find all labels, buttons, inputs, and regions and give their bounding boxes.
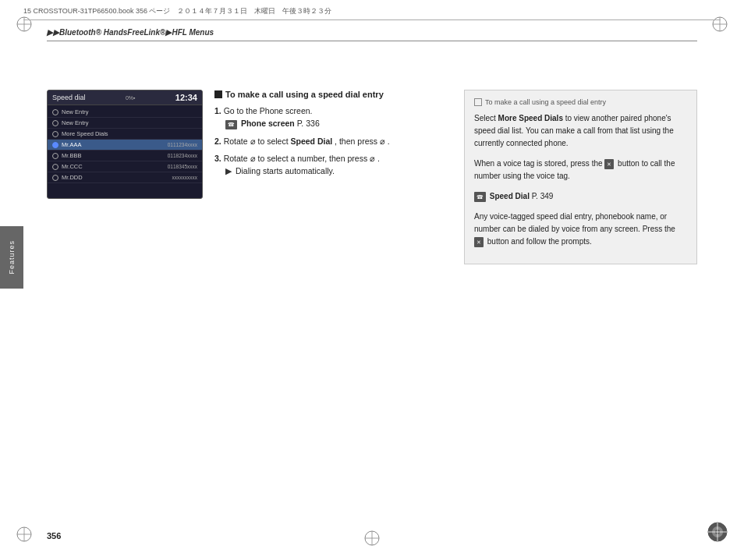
- features-tab: Features: [0, 226, 23, 289]
- voice-button-icon-2: ✕: [474, 237, 484, 247]
- info-ref-speed-dial: ☎ Speed Dial P. 349: [474, 190, 687, 203]
- section-marker: [214, 90, 222, 98]
- top-bar: 15 CROSSTOUR-31TP66500.book 356 ページ ２０１４…: [23, 6, 721, 20]
- check-icon: [52, 142, 58, 148]
- check-icon: [52, 109, 58, 115]
- screen-row: New Entry: [48, 107, 202, 118]
- main-content: Speed dial 0%▪ 12:34 New Entry New Entry…: [47, 47, 697, 513]
- step-3: 3. Rotate ⌀ to select a number, then pre…: [214, 152, 433, 178]
- info-para-1: Select More Speed Dials to view another …: [474, 112, 687, 150]
- features-tab-label: Features: [8, 240, 16, 275]
- page-number-text: 356: [47, 531, 61, 541]
- section-title: To make a call using a speed dial entry: [214, 90, 433, 99]
- info-para-2: When a voice tag is stored, press the ✕ …: [474, 158, 687, 183]
- knob-press-icon-2: ⌀: [370, 152, 375, 165]
- knob-press-icon: ⌀: [380, 135, 385, 148]
- check-icon: [52, 153, 58, 159]
- info-panel: To make a call using a speed dial entry …: [464, 90, 697, 264]
- knob-icon-2: ⌀: [250, 152, 256, 165]
- device-screenshot: Speed dial 0%▪ 12:34 New Entry New Entry…: [47, 90, 203, 199]
- step-3-sub: ▶ Dialing starts automatically.: [225, 165, 433, 178]
- check-icon: [52, 131, 58, 137]
- instructions-column: To make a call using a speed dial entry …: [214, 90, 433, 183]
- page-number: 356: [47, 531, 61, 541]
- screen-time: 12:34: [175, 93, 197, 102]
- check-icon: [52, 164, 58, 170]
- corner-mark-br: [707, 521, 728, 544]
- screen-body: New Entry New Entry More Speed Dials Mr.…: [48, 105, 202, 185]
- knob-icon: ⌀: [250, 135, 256, 148]
- breadcrumb: ▶▶Bluetooth® HandsFreeLink®▶HFL Menus: [47, 28, 214, 37]
- screen-signal: 0%▪: [126, 95, 136, 101]
- info-check-icon: [474, 98, 482, 106]
- corner-mark-bl: [16, 526, 33, 544]
- voice-button-icon: ✕: [604, 159, 614, 169]
- step-1: 1. Go to the Phone screen. ☎ Phone scree…: [214, 105, 433, 130]
- check-icon: [52, 120, 58, 126]
- info-header: To make a call using a speed dial entry: [474, 98, 687, 106]
- section-title-text: To make a call using a speed dial entry: [225, 90, 384, 99]
- breadcrumb-text: ▶▶Bluetooth® HandsFreeLink®▶HFL Menus: [47, 28, 214, 37]
- screen-row: Mr.DDD xxxxxxxxxx: [48, 172, 202, 183]
- screen-row: Mr.BBB 0118234xxxx: [48, 151, 202, 161]
- screen-row: More Speed Dials: [48, 129, 202, 140]
- step-2: 2. Rotate ⌀ to select Speed Dial , then …: [214, 135, 433, 148]
- info-header-text: To make a call using a speed dial entry: [485, 98, 606, 106]
- info-para-3: Any voice-tagged speed dial entry, phone…: [474, 211, 687, 248]
- screen-row: Mr.CCC 0118345xxxx: [48, 161, 202, 172]
- top-bar-text: 15 CROSSTOUR-31TP66500.book 356 ページ ２０１４…: [23, 6, 331, 16]
- speed-dial-ref-icon: ☎: [474, 192, 486, 202]
- screen-row-highlighted: Mr.AAA 0111234xxxx: [48, 140, 202, 151]
- header-rule: [47, 41, 697, 41]
- check-icon: [52, 175, 58, 181]
- bottom-center-mark: [363, 530, 381, 548]
- step-1-sub: ☎ Phone screen P. 336: [225, 118, 433, 130]
- screen-title: Speed dial: [52, 94, 86, 101]
- screen-header: Speed dial 0%▪ 12:34: [48, 90, 202, 105]
- screen-row: New Entry: [48, 118, 202, 129]
